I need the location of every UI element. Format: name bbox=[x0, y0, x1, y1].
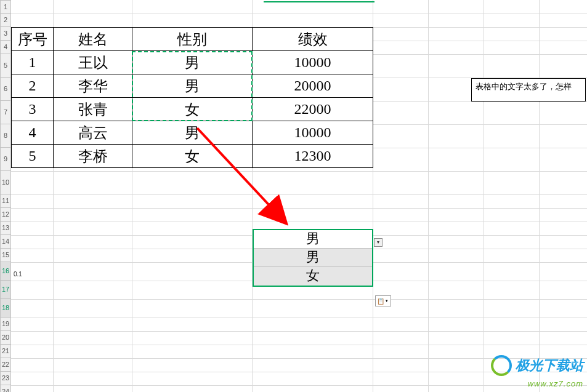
row-header[interactable]: 11 bbox=[0, 194, 11, 208]
paste-destination-selection[interactable]: 男 男 女 bbox=[253, 229, 373, 287]
chevron-down-icon: ▾ bbox=[386, 298, 388, 303]
paste-options-button[interactable]: 📋 ▾ bbox=[375, 295, 391, 306]
row-header[interactable]: 8 bbox=[0, 124, 11, 148]
cell[interactable]: 王以 bbox=[54, 51, 132, 74]
cell[interactable]: 张青 bbox=[54, 98, 132, 121]
row-header[interactable]: 5 bbox=[0, 54, 11, 78]
row-header[interactable]: 18 bbox=[0, 299, 11, 318]
row-header[interactable]: 10 bbox=[0, 171, 11, 194]
pasted-cell[interactable]: 女 bbox=[254, 267, 372, 286]
row-header[interactable]: 14 bbox=[0, 235, 11, 249]
cell[interactable]: 12300 bbox=[253, 145, 373, 168]
watermark-url: www.xz7.com bbox=[491, 379, 583, 388]
row-header[interactable]: 12 bbox=[0, 208, 11, 222]
row-header[interactable]: 15 bbox=[0, 249, 11, 262]
pasted-cell[interactable]: 男 bbox=[254, 249, 372, 267]
table-row: 4高云男10000 bbox=[12, 121, 373, 145]
row-header[interactable]: 24 bbox=[0, 385, 11, 392]
row-header[interactable]: 6 bbox=[0, 78, 11, 101]
row-header[interactable]: 1 bbox=[0, 0, 11, 14]
table-row: 2李华男20000 bbox=[12, 74, 373, 98]
cell[interactable]: 22000 bbox=[253, 98, 373, 121]
cell[interactable]: 10000 bbox=[253, 51, 373, 74]
watermark-title: 极光下载站 bbox=[516, 356, 583, 375]
row-header[interactable]: 4 bbox=[0, 41, 11, 54]
autofill-dropdown-button[interactable]: ▾ bbox=[374, 238, 383, 247]
logo-swirl-icon bbox=[491, 355, 512, 376]
cell-a18-value[interactable]: 0.1 bbox=[14, 271, 22, 278]
table-header-row: 序号 姓名 性别 绩效 bbox=[12, 28, 373, 51]
cell[interactable]: 高云 bbox=[54, 121, 132, 145]
active-cell-indicator bbox=[264, 0, 374, 2]
cell[interactable]: 女 bbox=[132, 98, 253, 121]
cell[interactable]: 20000 bbox=[253, 74, 373, 98]
cell[interactable]: 男 bbox=[132, 51, 253, 74]
cell[interactable]: 男 bbox=[132, 121, 253, 145]
comment-box[interactable]: 表格中的文字太多了，怎样 bbox=[471, 78, 586, 102]
data-table[interactable]: 序号 姓名 性别 绩效 1王以男10000 2李华男20000 3张青女2200… bbox=[11, 27, 373, 168]
cell[interactable]: 女 bbox=[132, 145, 253, 168]
table-row: 1王以男10000 bbox=[12, 51, 373, 74]
table-row: 5李桥女12300 bbox=[12, 145, 373, 168]
cell[interactable]: 李华 bbox=[54, 74, 132, 98]
col-header[interactable]: 性别 bbox=[132, 28, 253, 51]
pasted-cell[interactable]: 男 bbox=[254, 230, 372, 249]
row-header[interactable]: 22 bbox=[0, 358, 11, 372]
row-header[interactable]: 3 bbox=[0, 27, 11, 41]
row-header[interactable]: 20 bbox=[0, 331, 11, 345]
row-header[interactable]: 9 bbox=[0, 148, 11, 171]
row-header[interactable]: 19 bbox=[0, 318, 11, 331]
row-header-gutter[interactable]: 1234567891011121314151617181920212223242… bbox=[0, 0, 11, 392]
cell[interactable]: 1 bbox=[12, 51, 54, 74]
row-header[interactable]: 13 bbox=[0, 222, 11, 235]
cell[interactable]: 10000 bbox=[253, 121, 373, 145]
cell[interactable]: 4 bbox=[12, 121, 54, 145]
col-header[interactable]: 序号 bbox=[12, 28, 54, 51]
watermark: 极光下载站 www.xz7.com bbox=[491, 355, 583, 388]
cell[interactable]: 5 bbox=[12, 145, 54, 168]
row-header[interactable]: 7 bbox=[0, 101, 11, 124]
table-row: 3张青女22000 bbox=[12, 98, 373, 121]
clipboard-icon: 📋 bbox=[377, 298, 384, 305]
row-header[interactable]: 23 bbox=[0, 372, 11, 385]
cell[interactable]: 男 bbox=[132, 74, 253, 98]
cell[interactable]: 李桥 bbox=[54, 145, 132, 168]
row-header[interactable]: 2 bbox=[0, 14, 11, 27]
cell[interactable]: 2 bbox=[12, 74, 54, 98]
row-header[interactable]: 17 bbox=[0, 281, 11, 299]
row-header[interactable]: 16 bbox=[0, 262, 11, 281]
col-header[interactable]: 姓名 bbox=[54, 28, 132, 51]
col-header[interactable]: 绩效 bbox=[253, 28, 373, 51]
row-header[interactable]: 21 bbox=[0, 345, 11, 358]
cell[interactable]: 3 bbox=[12, 98, 54, 121]
